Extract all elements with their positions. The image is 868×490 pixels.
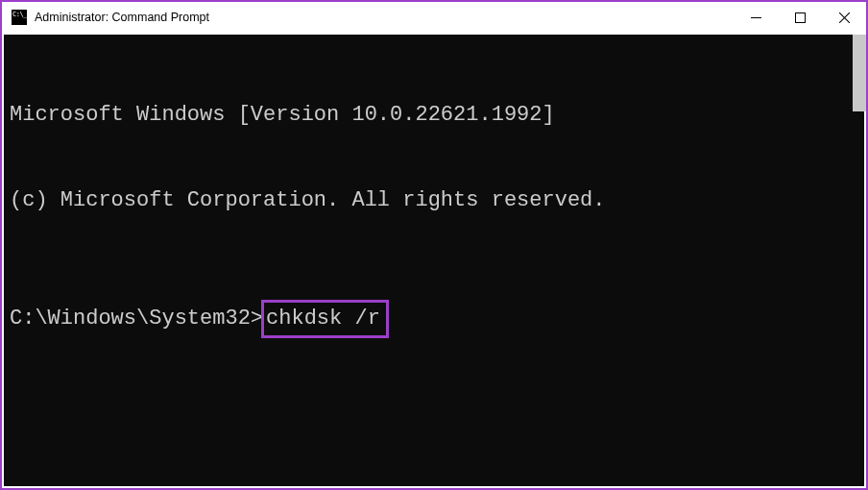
prompt-path: C:\Windows\System32> [10,305,263,333]
titlebar[interactable]: Administrator: Command Prompt [2,2,866,33]
command-input[interactable]: chkdsk /r [266,306,380,331]
close-button[interactable] [822,2,866,33]
command-highlight: chkdsk /r [261,300,389,338]
window-title: Administrator: Command Prompt [35,11,209,24]
minimize-button[interactable] [734,2,778,33]
output-line: Microsoft Windows [Version 10.0.22621.19… [10,101,864,130]
app-icon [12,10,27,25]
scrollbar-thumb[interactable] [853,35,866,111]
svg-rect-1 [795,12,805,22]
maximize-button[interactable] [778,2,822,33]
prompt-line: C:\Windows\System32>chkdsk /r [10,300,864,338]
terminal[interactable]: Microsoft Windows [Version 10.0.22621.19… [4,35,864,486]
output-line: (c) Microsoft Corporation. All rights re… [10,186,864,215]
terminal-content: Microsoft Windows [Version 10.0.22621.19… [4,35,864,395]
window-controls [734,2,866,33]
maximize-icon [795,12,806,23]
close-icon [839,12,850,23]
minimize-icon [751,12,761,23]
window-frame: Administrator: Command Prompt M [0,0,868,490]
